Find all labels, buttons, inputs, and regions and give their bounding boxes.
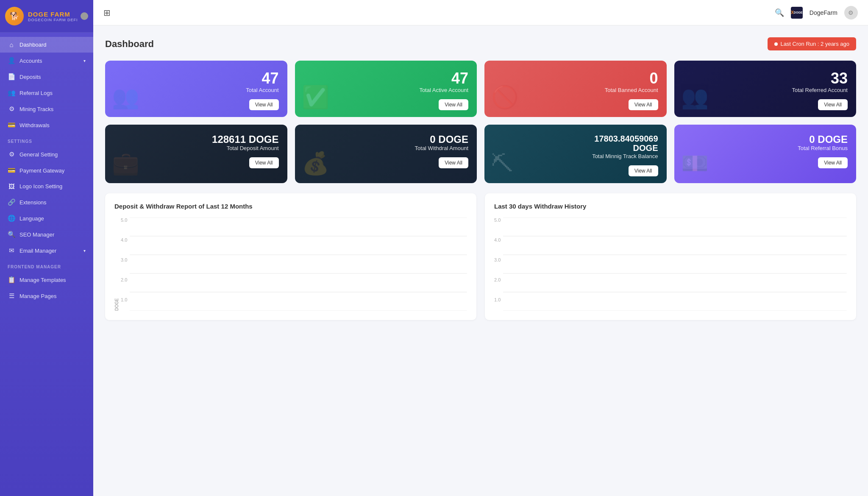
sidebar-item-extensions[interactable]: 🔗 Extensions: [0, 194, 93, 210]
sidebar-item-label: Deposits: [19, 74, 41, 80]
sidebar-nav: ⌂ Dashboard 👤 Accounts ▾ 📄 Deposits 👥 Re…: [0, 33, 93, 496]
seo-icon: 🔍: [8, 231, 15, 238]
charts-section: Deposit & Withdraw Report of Last 12 Mon…: [105, 193, 856, 320]
stat-card-deposit-amount: 💼 128611 DOGE Total Deposit Amount View …: [105, 125, 287, 183]
sidebar-item-email-manager[interactable]: ✉ Email Manager ▾: [0, 242, 93, 259]
active-account-view-btn[interactable]: View All: [439, 99, 468, 110]
sidebar-item-label: Manage Pages: [19, 293, 56, 299]
sidebar-item-label: Email Manager: [19, 248, 56, 254]
stat-card-mining-balance: ⛏ 17803.84059069 DOGE Total Minnig Track…: [484, 125, 667, 183]
stat-cards-top: 👥 47 Total Account View All ✅ 47 Total A…: [105, 61, 856, 117]
sidebar-item-mining-tracks[interactable]: ⚙ Mining Tracks: [0, 101, 93, 117]
withdrawals-icon: 💳: [8, 121, 15, 129]
withdrawal-bg-icon: 💰: [302, 150, 329, 176]
sidebar-item-label: Logo Icon Setting: [19, 183, 62, 189]
stat-card-referral-bonus: 💵 0 DOGE Total Referral Bonus View All: [674, 125, 857, 183]
avatar[interactable]: ⚙: [844, 6, 858, 20]
dashboard-header: Dashboard Last Cron Run : 2 years ago: [105, 37, 856, 50]
stat-card-total-account: 👥 47 Total Account View All: [105, 61, 287, 117]
chart1-title: Deposit & Withdraw Report of Last 12 Mon…: [114, 203, 467, 210]
collapse-button[interactable]: ⊞: [103, 8, 111, 18]
y-tick-2: 2.0: [121, 277, 127, 282]
sidebar-item-withdrawals[interactable]: 💳 Withdrawals: [0, 117, 93, 133]
sidebar-item-label: Mining Tracks: [19, 106, 53, 112]
referred-account-view-btn[interactable]: View All: [818, 99, 848, 110]
withdraw-history-chart: Last 30 days Withdraw History 5.0 4.0 3.…: [485, 193, 856, 320]
sidebar-item-manage-templates[interactable]: 📋 Manage Templates: [0, 272, 93, 288]
sidebar-item-label: Referral Logs: [19, 90, 53, 96]
chart1-svg-area: [130, 217, 467, 311]
search-icon[interactable]: 🔍: [775, 8, 784, 17]
banned-account-label: Total Banned Account: [493, 87, 658, 93]
sidebar-item-referral-logs[interactable]: 👥 Referral Logs: [0, 85, 93, 101]
sidebar-item-label: Dashboard: [19, 42, 47, 48]
sidebar-item-payment-gateway[interactable]: 💳 Payment Gateway: [0, 162, 93, 178]
y-tick-1: 1.0: [121, 297, 127, 302]
sidebar-item-label: SEO Manager: [19, 231, 54, 238]
brand-sub: DOGECOIN FARM DEFI: [28, 18, 78, 22]
deposit-amount-view-btn[interactable]: View All: [249, 157, 279, 168]
sidebar-item-language[interactable]: 🌐 Language: [0, 210, 93, 226]
y2-tick-4: 4.0: [494, 237, 501, 242]
deposit-bg-icon: 💼: [112, 150, 139, 176]
y2-tick-2: 2.0: [494, 277, 501, 282]
sidebar-item-label: General Setting: [19, 151, 58, 158]
brand-logo-icon: XDOGE: [791, 7, 803, 19]
deposit-withdraw-chart: Deposit & Withdraw Report of Last 12 Mon…: [105, 193, 476, 320]
sidebar-item-manage-pages[interactable]: ☰ Manage Pages: [0, 288, 93, 304]
sidebar-item-label: Manage Templates: [19, 277, 66, 283]
mining-balance-label: Total Minnig Track Balance: [493, 153, 658, 159]
brand-name: DOGE FARM: [28, 11, 78, 18]
deposit-amount-label: Total Deposit Amount: [114, 145, 279, 151]
active-account-label: Total Active Account: [303, 87, 469, 93]
payment-icon: 💳: [8, 167, 15, 174]
sidebar-item-logo-icon-setting[interactable]: 🖼 Logo Icon Setting: [0, 178, 93, 194]
referral-bonus-view-btn[interactable]: View All: [818, 157, 848, 168]
chart2-title: Last 30 days Withdraw History: [494, 203, 847, 210]
sidebar-item-label: Accounts: [19, 58, 42, 64]
sidebar: 🐕 DOGE FARM DOGECOIN FARM DEFI ⌂ Dashboa…: [0, 0, 93, 496]
templates-icon: 📋: [8, 276, 15, 284]
sidebar-item-accounts[interactable]: 👤 Accounts ▾: [0, 53, 93, 69]
referral-icon: 👥: [8, 89, 15, 97]
chevron-down-icon: ▾: [83, 59, 86, 63]
sidebar-item-dashboard[interactable]: ⌂ Dashboard: [0, 37, 93, 53]
username-label: DogeFarm: [810, 9, 837, 16]
topbar: ⊞ 🔍 XDOGE DogeFarm ⚙: [93, 0, 868, 25]
withdrawal-amount-view-btn[interactable]: View All: [439, 157, 468, 168]
mining-balance-doge: DOGE: [493, 143, 658, 153]
referral-bonus-bg-icon: 💵: [681, 150, 709, 176]
referral-bonus-label: Total Referral Bonus: [683, 145, 848, 151]
y2-tick-5: 5.0: [494, 217, 501, 223]
settings-section-label: SETTINGS: [0, 133, 93, 146]
sidebar-item-label: Extensions: [19, 199, 47, 206]
y-tick-5: 5.0: [121, 217, 127, 223]
deposits-icon: 📄: [8, 73, 15, 81]
sidebar-item-general-setting[interactable]: ⚙ General Setting: [0, 146, 93, 162]
logo-icon-setting-icon: 🖼: [8, 183, 15, 190]
cron-dot-icon: [774, 42, 778, 46]
y2-tick-3: 3.0: [494, 257, 501, 262]
sidebar-logo: 🐕 DOGE FARM DOGECOIN FARM DEFI: [0, 0, 93, 33]
mining-balance-view-btn[interactable]: View All: [629, 165, 658, 176]
home-icon: ⌂: [8, 41, 15, 48]
total-account-view-btn[interactable]: View All: [249, 99, 279, 110]
topbar-right: 🔍 XDOGE DogeFarm ⚙: [775, 6, 858, 20]
total-account-label: Total Account: [114, 87, 279, 93]
frontend-section-label: FRONTEND MANAGER: [0, 259, 93, 272]
accounts-icon: 👤: [8, 57, 15, 64]
sidebar-item-label: Withdrawals: [19, 122, 50, 128]
mining-balance-number: 17803.84059069: [493, 134, 658, 143]
logo-text: DOGE FARM DOGECOIN FARM DEFI: [28, 11, 78, 22]
withdrawal-amount-number: 0 DOGE: [303, 134, 469, 145]
sidebar-item-seo-manager[interactable]: 🔍 SEO Manager: [0, 226, 93, 242]
sidebar-item-label: Payment Gateway: [19, 167, 64, 174]
sidebar-item-deposits[interactable]: 📄 Deposits: [0, 69, 93, 85]
logo-circle: 🐕: [5, 7, 24, 25]
withdrawal-amount-label: Total Withdral Amount: [303, 145, 469, 151]
stat-card-active-account: ✅ 47 Total Active Account View All: [295, 61, 477, 117]
deposit-amount-number: 128611 DOGE: [114, 134, 279, 145]
cron-label: Last Cron Run : 2 years ago: [780, 41, 849, 47]
banned-account-view-btn[interactable]: View All: [629, 99, 658, 110]
email-icon: ✉: [8, 247, 15, 254]
